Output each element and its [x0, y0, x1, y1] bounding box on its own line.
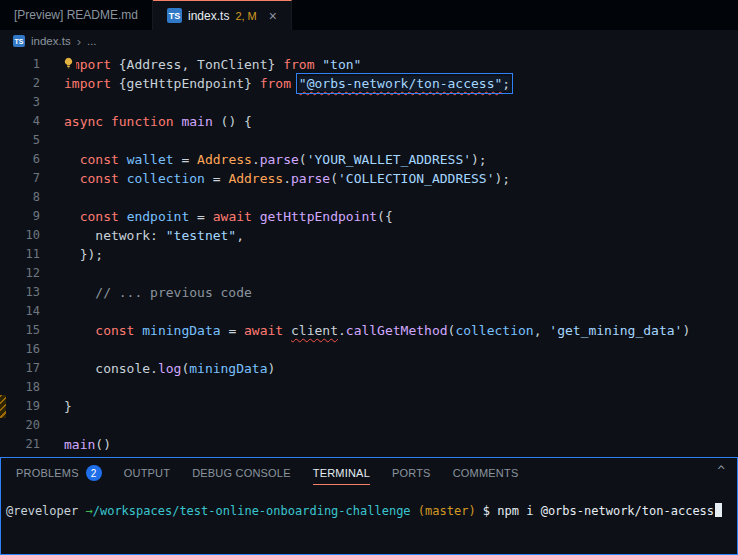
tab-readme-preview[interactable]: [Preview] README.md: [0, 0, 153, 30]
terminal-path: /workspaces/test-online-onboarding-chall…: [93, 504, 411, 518]
panel-tab-output[interactable]: OUTPUT: [113, 458, 181, 488]
code-line-8[interactable]: 8: [0, 188, 738, 207]
code-line-21[interactable]: 21main(): [0, 435, 738, 454]
tab-label: index.ts: [188, 9, 229, 23]
problems-count-badge: 2: [86, 465, 102, 481]
tab-index-ts[interactable]: TS index.ts 2, M ×: [153, 0, 292, 30]
code-editor[interactable]: 1import {Address, TonClient} from "ton"2…: [0, 52, 738, 457]
code-line-19[interactable]: 19}: [0, 397, 738, 416]
panel-tabs: PROBLEMS2OUTPUTDEBUG CONSOLETERMINALPORT…: [5, 458, 529, 488]
line-number: 1: [0, 55, 40, 74]
line-number: 16: [0, 340, 40, 359]
typescript-file-icon: TS: [13, 35, 25, 47]
line-number: 17: [0, 359, 40, 378]
line-number: 3: [0, 93, 40, 112]
typescript-file-icon: TS: [167, 8, 182, 23]
line-number: 4: [0, 112, 40, 131]
module-string-selection-box: "@orbs-network/ton-access";: [299, 76, 510, 91]
line-number: 15: [0, 321, 40, 340]
bottom-panel: PROBLEMS2OUTPUTDEBUG CONSOLETERMINALPORT…: [0, 457, 738, 555]
code-line-10[interactable]: 10 network: "testnet",: [0, 226, 738, 245]
line-number: 14: [0, 302, 40, 321]
line-number: 7: [0, 169, 40, 188]
breadcrumb-file[interactable]: index.ts: [31, 35, 71, 47]
code-line-18[interactable]: 18: [0, 378, 738, 397]
code-line-1[interactable]: 1import {Address, TonClient} from "ton": [0, 55, 738, 74]
terminal-prompt-symbol: $: [476, 504, 498, 518]
code-line-20[interactable]: 20: [0, 416, 738, 435]
panel-tab-label: OUTPUT: [124, 467, 170, 479]
terminal[interactable]: @reveloper →/workspaces/test-online-onbo…: [1, 488, 737, 520]
line-number: 21: [0, 435, 40, 454]
line-number: 20: [0, 416, 40, 435]
panel-tab-terminal[interactable]: TERMINAL: [302, 458, 381, 488]
lightbulb-icon[interactable]: [60, 54, 76, 72]
panel-tab-label: DEBUG CONSOLE: [192, 467, 291, 479]
terminal-user: @reveloper: [6, 504, 78, 518]
terminal-cursor: [715, 503, 722, 517]
line-number: 10: [0, 226, 40, 245]
line-number: 2: [0, 74, 40, 93]
panel-tab-problems[interactable]: PROBLEMS2: [5, 458, 113, 488]
line-number: 19: [0, 397, 40, 416]
breadcrumb-symbol[interactable]: ...: [87, 35, 97, 47]
code-line-5[interactable]: 5: [0, 131, 738, 150]
code-line-2[interactable]: 2import {getHttpEndpoint} from "@orbs-ne…: [0, 74, 738, 93]
code-line-7[interactable]: 7 const collection = Address.parse('COLL…: [0, 169, 738, 188]
panel-tab-comments[interactable]: COMMENTS: [442, 458, 530, 488]
panel-tab-debug-console[interactable]: DEBUG CONSOLE: [181, 458, 302, 488]
chevron-up-icon[interactable]: ^: [717, 463, 725, 478]
tab-label: [Preview] README.md: [14, 8, 138, 22]
code-line-9[interactable]: 9 const endpoint = await getHttpEndpoint…: [0, 207, 738, 226]
code-line-12[interactable]: 12: [0, 264, 738, 283]
editor-tab-bar: [Preview] README.md TS index.ts 2, M ×: [0, 0, 738, 30]
gutter-modified-marker: [0, 395, 6, 418]
panel-tab-label: COMMENTS: [453, 467, 519, 479]
code-line-13[interactable]: 13 // ... previous code: [0, 283, 738, 302]
terminal-command: npm i @orbs-network/ton-access: [497, 504, 714, 518]
code-lines: 1import {Address, TonClient} from "ton"2…: [0, 55, 738, 454]
code-line-11[interactable]: 11 });: [0, 245, 738, 264]
line-number: 13: [0, 283, 40, 302]
panel-tab-label: PORTS: [392, 467, 431, 479]
code-line-4[interactable]: 4async function main () {: [0, 112, 738, 131]
tab-modified-decoration: 2, M: [235, 10, 256, 22]
line-number: 8: [0, 188, 40, 207]
code-line-15[interactable]: 15 const miningData = await client.callG…: [0, 321, 738, 340]
code-line-3[interactable]: 3: [0, 93, 738, 112]
close-icon[interactable]: ×: [269, 9, 277, 23]
line-number: 5: [0, 131, 40, 150]
code-line-17[interactable]: 17 console.log(miningData): [0, 359, 738, 378]
code-line-6[interactable]: 6 const wallet = Address.parse('YOUR_WAL…: [0, 150, 738, 169]
chevron-right-icon: ›: [77, 34, 81, 49]
panel-tab-label: TERMINAL: [313, 467, 370, 479]
line-number: 18: [0, 378, 40, 397]
breadcrumb: TS index.ts › ...: [0, 30, 738, 52]
code-line-16[interactable]: 16: [0, 340, 738, 359]
terminal-arrow-icon: →: [78, 504, 92, 518]
panel-tab-ports[interactable]: PORTS: [381, 458, 442, 488]
line-number: 9: [0, 207, 40, 226]
line-number: 12: [0, 264, 40, 283]
panel-tab-label: PROBLEMS: [16, 467, 79, 479]
line-number: 6: [0, 150, 40, 169]
line-number: 11: [0, 245, 40, 264]
panel-header: PROBLEMS2OUTPUTDEBUG CONSOLETERMINALPORT…: [1, 458, 737, 488]
terminal-git-branch: (master): [411, 504, 476, 518]
code-line-14[interactable]: 14: [0, 302, 738, 321]
